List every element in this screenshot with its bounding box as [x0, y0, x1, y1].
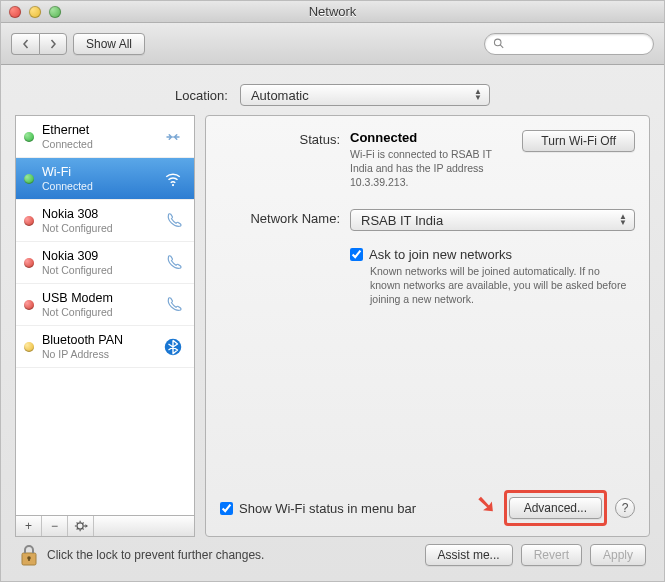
- add-service-button[interactable]: +: [16, 516, 42, 536]
- status-dot: [24, 216, 34, 226]
- service-row[interactable]: EthernetConnected: [16, 116, 194, 158]
- status-dot: [24, 258, 34, 268]
- svg-point-0: [494, 39, 501, 46]
- status-dot: [24, 342, 34, 352]
- service-text: Wi-FiConnected: [42, 165, 152, 193]
- service-row[interactable]: USB ModemNot Configured: [16, 284, 194, 326]
- show-wifi-menubar-row[interactable]: Show Wi-Fi status in menu bar: [220, 501, 416, 516]
- status-dot: [24, 300, 34, 310]
- chevron-left-icon: [21, 39, 31, 49]
- svg-line-11: [76, 528, 77, 529]
- svg-line-10: [82, 528, 83, 529]
- service-text: Bluetooth PANNo IP Address: [42, 333, 152, 361]
- location-label: Location:: [175, 88, 228, 103]
- service-list-footer: + −: [15, 515, 195, 537]
- gear-icon: [74, 519, 88, 533]
- wifi-icon: [160, 166, 186, 192]
- show-wifi-menubar-checkbox[interactable]: [220, 502, 233, 515]
- service-status: Not Configured: [42, 263, 152, 277]
- service-row[interactable]: Nokia 309Not Configured: [16, 242, 194, 284]
- service-name: Wi-Fi: [42, 165, 152, 179]
- detail-panel: Status: Connected Wi-Fi is connected to …: [205, 115, 650, 537]
- ask-to-join-checkbox[interactable]: [350, 248, 363, 261]
- phone-icon: [160, 208, 186, 234]
- location-popup[interactable]: Automatic ▲▼: [240, 84, 490, 106]
- ask-to-join-checkbox-row[interactable]: Ask to join new networks: [350, 247, 635, 262]
- svg-point-4: [77, 523, 83, 529]
- status-label: Status:: [220, 130, 350, 189]
- network-name-label: Network Name:: [220, 209, 350, 231]
- svg-point-2: [172, 183, 174, 185]
- status-dot: [24, 174, 34, 184]
- system-preferences-window: Network Show All Location: Automatic ▲▼: [0, 0, 665, 582]
- action-buttons: Assist me... Revert Apply: [425, 544, 646, 566]
- toolbar: Show All: [1, 23, 664, 65]
- advanced-button[interactable]: Advanced...: [509, 497, 602, 519]
- back-button[interactable]: [11, 33, 39, 55]
- network-name-popup[interactable]: RSAB IT India ▲▼: [350, 209, 635, 231]
- popup-arrows-icon: ▲▼: [471, 87, 485, 103]
- service-text: EthernetConnected: [42, 123, 152, 151]
- titlebar: Network: [1, 1, 664, 23]
- network-name-value: RSAB IT India: [361, 213, 443, 228]
- ask-to-join-label: Ask to join new networks: [369, 247, 512, 262]
- service-name: Nokia 309: [42, 249, 152, 263]
- show-wifi-menubar-label: Show Wi-Fi status in menu bar: [239, 501, 416, 516]
- service-name: USB Modem: [42, 291, 152, 305]
- nav-history: [11, 33, 67, 55]
- show-all-button[interactable]: Show All: [73, 33, 145, 55]
- service-text: Nokia 308Not Configured: [42, 207, 152, 235]
- location-row: Location: Automatic ▲▼: [15, 75, 650, 115]
- search-icon: [493, 37, 505, 50]
- status-value: Connected: [350, 130, 512, 145]
- service-actions-button[interactable]: [68, 516, 94, 536]
- service-name: Bluetooth PAN: [42, 333, 152, 347]
- service-row[interactable]: Wi-FiConnected: [16, 158, 194, 200]
- forward-button[interactable]: [39, 33, 67, 55]
- annotation-arrow: ➘: [476, 490, 496, 518]
- service-name: Ethernet: [42, 123, 152, 137]
- content-area: Location: Automatic ▲▼ EthernetConnected…: [1, 65, 664, 581]
- search-field-container[interactable]: [484, 33, 654, 55]
- popup-arrows-icon: ▲▼: [616, 212, 630, 228]
- annotation-highlight: Advanced...: [504, 490, 607, 526]
- revert-button[interactable]: Revert: [521, 544, 582, 566]
- search-input[interactable]: [509, 36, 645, 52]
- chevron-right-icon: [48, 39, 58, 49]
- service-status: No IP Address: [42, 347, 152, 361]
- apply-button[interactable]: Apply: [590, 544, 646, 566]
- phone-icon: [160, 250, 186, 276]
- ask-to-join-description: Known networks will be joined automatica…: [370, 264, 630, 306]
- turn-wifi-off-button[interactable]: Turn Wi-Fi Off: [522, 130, 635, 152]
- ethernet-icon: [160, 124, 186, 150]
- service-list-column: EthernetConnectedWi-FiConnectedNokia 308…: [15, 115, 195, 537]
- service-row[interactable]: Nokia 308Not Configured: [16, 200, 194, 242]
- service-status: Connected: [42, 137, 152, 151]
- window-title: Network: [1, 4, 664, 19]
- svg-line-12: [82, 523, 83, 524]
- svg-rect-15: [28, 558, 30, 561]
- service-status: Not Configured: [42, 305, 152, 319]
- lock-row: Click the lock to prevent further change…: [15, 537, 650, 567]
- svg-line-9: [76, 523, 77, 524]
- service-status: Connected: [42, 179, 152, 193]
- lock-icon[interactable]: [19, 543, 39, 567]
- service-text: USB ModemNot Configured: [42, 291, 152, 319]
- bluetooth-icon: [160, 334, 186, 360]
- service-name: Nokia 308: [42, 207, 152, 221]
- location-value: Automatic: [251, 88, 309, 103]
- help-button[interactable]: ?: [615, 498, 635, 518]
- service-row[interactable]: Bluetooth PANNo IP Address: [16, 326, 194, 368]
- lock-text: Click the lock to prevent further change…: [47, 548, 264, 562]
- remove-service-button[interactable]: −: [42, 516, 68, 536]
- service-text: Nokia 309Not Configured: [42, 249, 152, 277]
- service-list[interactable]: EthernetConnectedWi-FiConnectedNokia 308…: [15, 115, 195, 515]
- service-status: Not Configured: [42, 221, 152, 235]
- status-dot: [24, 132, 34, 142]
- svg-line-1: [500, 45, 503, 48]
- phone-icon: [160, 292, 186, 318]
- status-description: Wi-Fi is connected to RSAB IT India and …: [350, 147, 512, 189]
- assist-me-button[interactable]: Assist me...: [425, 544, 513, 566]
